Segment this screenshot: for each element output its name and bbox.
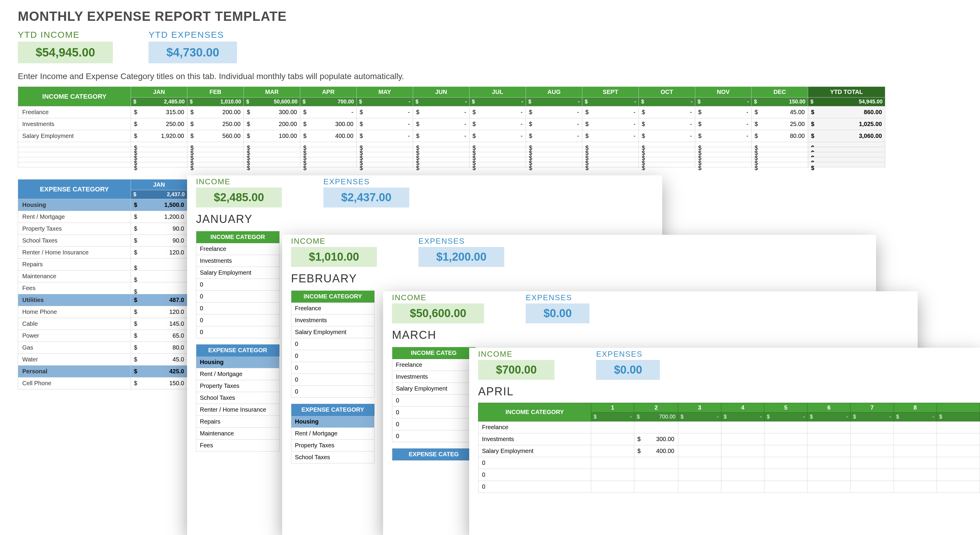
mar-income-mini[interactable]: INCOME CATEGFreelanceInvestmentsSalary E… [392, 347, 476, 442]
feb-expense-mini[interactable]: EXPENSE CATEGORYHousingRent / MortgagePr… [291, 404, 374, 463]
mar-expense-mini[interactable]: EXPENSE CATEG [392, 448, 476, 460]
income-table[interactable]: INCOME CATEGORYJANFEBMARAPRMAYJUNJULAUGS… [18, 86, 885, 167]
ytd-income-value: $54,945.00 [18, 42, 113, 63]
jan-income-value: $2,485.00 [196, 188, 282, 208]
instruction-text: Enter Income and Expense Category titles… [0, 63, 980, 86]
mar-title: MARCH [383, 323, 918, 343]
apr-expenses-value: $0.00 [596, 360, 660, 380]
page-title: MONTHLY EXPENSE REPORT TEMPLATE [0, 0, 980, 24]
apr-income-label: INCOME [478, 350, 554, 359]
jan-income-mini[interactable]: INCOME CATEGORFreelanceInvestmentsSalary… [196, 231, 280, 338]
mar-expenses-value: $0.00 [526, 303, 590, 323]
jan-expenses-label: EXPENSES [323, 177, 409, 186]
ytd-income-label: YTD INCOME [18, 30, 113, 40]
jan-expense-mini[interactable]: EXPENSE CATEGORHousingRent / MortgagePro… [196, 344, 280, 452]
expense-table[interactable]: EXPENSE CATEGORYJAN$2,437.0Housing$1,500… [18, 179, 188, 390]
mar-income-value: $50,600.00 [392, 303, 484, 323]
mar-expenses-label: EXPENSES [526, 293, 590, 302]
feb-income-value: $1,010.00 [291, 247, 377, 267]
ytd-expenses-value: $4,730.00 [148, 42, 237, 63]
feb-expenses-value: $1,200.00 [418, 247, 504, 267]
feb-income-label: INCOME [291, 236, 377, 246]
ytd-expenses-label: YTD EXPENSES [148, 30, 237, 40]
feb-income-mini[interactable]: INCOME CATEGORYFreelanceInvestmentsSalar… [291, 291, 374, 398]
apr-expenses-label: EXPENSES [596, 350, 660, 359]
ytd-summary-row: YTD INCOME $54,945.00 YTD EXPENSES $4,73… [0, 24, 980, 63]
jan-income-label: INCOME [196, 177, 282, 186]
apr-title: APRIL [469, 380, 980, 400]
feb-expenses-label: EXPENSES [418, 236, 504, 246]
ytd-income-block: YTD INCOME $54,945.00 [18, 30, 113, 63]
mar-income-label: INCOME [392, 293, 484, 302]
april-panel: INCOME $700.00 EXPENSES $0.00 APRIL INCO… [469, 348, 980, 535]
apr-income-value: $700.00 [478, 360, 554, 380]
jan-expenses-value: $2,437.00 [323, 188, 409, 208]
april-table[interactable]: INCOME CATEGORY12345678$-$700.00$-$-$-$-… [478, 403, 980, 493]
feb-title: FEBRUARY [282, 267, 876, 287]
ytd-expenses-block: YTD EXPENSES $4,730.00 [148, 30, 237, 63]
jan-title: JANUARY [187, 208, 662, 227]
